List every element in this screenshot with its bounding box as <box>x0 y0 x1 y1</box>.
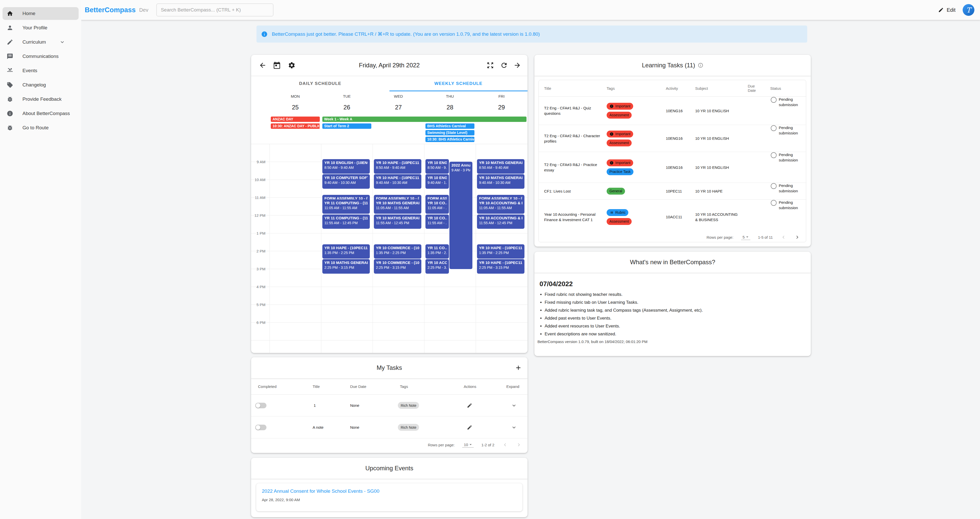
calendar-event-2022-annual[interactable]: 2022 Annu…9 AM - 3 PM <box>449 162 473 269</box>
arrow-back-icon[interactable] <box>259 62 266 69</box>
sidebar-item-home[interactable]: Home <box>3 7 79 20</box>
radio-unchecked-icon[interactable] <box>771 97 776 103</box>
calendar-event[interactable]: YR 10 HAPE - (10PEC11 …1:35 PM - 2:25 PM <box>322 244 370 259</box>
learning-tasks-title: Learning Tasks (11) <box>642 62 695 69</box>
gear-icon[interactable] <box>288 62 296 69</box>
day-name: THU <box>424 92 476 101</box>
calendar-card: Friday, April 29th 2022 DAILY SCHEDULE W… <box>251 55 528 353</box>
calendar-event[interactable]: YR 10 MATHS GENERAL …8:50 AM - 9:40 AM <box>477 159 525 174</box>
calendar-event[interactable]: YR 10 COMMERCE - (10…2:25 PM - 3:15 PM <box>374 259 422 274</box>
radio-unchecked-icon[interactable] <box>771 200 776 206</box>
sidebar-item-changelog[interactable]: Changelog <box>3 79 79 91</box>
sidebar-item-about[interactable]: About BetterCompass <box>3 107 79 120</box>
edit-task-button[interactable] <box>467 425 473 430</box>
sidebar-item-provide-feedback[interactable]: Provide Feedback <box>3 93 79 106</box>
calendar-event[interactable]: YR 10 ENGLISH - (10ENG…8:50 AM - 9:40 AM <box>322 159 370 174</box>
sidebar-item-communications[interactable]: Communications <box>3 50 79 63</box>
avatar[interactable]: T <box>963 4 974 16</box>
day-date[interactable]: 25 <box>269 101 321 113</box>
expand-chevron-icon[interactable] <box>511 402 517 409</box>
fullscreen-icon[interactable] <box>487 62 494 69</box>
hour-label: 10 AM <box>251 177 266 183</box>
rows-per-page-select[interactable]: 5 <box>741 234 750 240</box>
upcoming-event-item[interactable]: 2022 Annual Consent for Whole School Eve… <box>256 483 522 511</box>
tab-daily-schedule[interactable]: DAILY SCHEDULE <box>251 76 390 91</box>
radio-unchecked-icon[interactable] <box>771 152 776 158</box>
calendar-event[interactable]: YR 10 HAPE - (10PEC11 …9:40 AM - 10:30 A… <box>374 174 422 189</box>
calendar-event[interactable]: YR 10 ACCOUNTING & B…11:55 AM - 12:45 PM <box>477 214 525 229</box>
calendar-event[interactable]: YR 11 COMPUTING - (11…11:55 AM - 12:45 P… <box>322 214 370 229</box>
tab-weekly-schedule[interactable]: WEEKLY SCHEDULE <box>390 76 528 91</box>
allday-event-anzac-day[interactable]: ANZAC DAY <box>271 117 320 122</box>
refresh-icon[interactable] <box>500 62 508 69</box>
add-task-button[interactable] <box>515 364 522 371</box>
env-badge: Dev <box>139 7 148 13</box>
expand-chevron-icon[interactable] <box>511 424 517 430</box>
allday-event-bhs-1030[interactable]: 10:30: BHS Athletics Carniva <box>425 137 474 142</box>
day-date[interactable]: 26 <box>321 101 372 113</box>
chevron-left-icon[interactable] <box>780 234 787 240</box>
day-date[interactable]: 28 <box>424 101 476 113</box>
sidebar-item-your-profile[interactable]: Your Profile <box>3 21 79 34</box>
radio-unchecked-icon[interactable] <box>771 183 776 189</box>
event-title: YR 10 ACCOUNTING & B… <box>479 216 522 220</box>
task-subject: 10 YR 10 ENGLISH <box>695 152 745 183</box>
table-row[interactable]: T2 Eng - CFA#3 R&J - Practice essay Impo… <box>539 152 806 183</box>
upcoming-event-link[interactable]: 2022 Annual Consent for Whole School Eve… <box>262 489 517 494</box>
day-name: TUE <box>321 92 372 101</box>
calendar-event[interactable]: YR 10 MATHS GENERAL …11:05 AM - 11:55 AM <box>374 200 422 214</box>
table-row[interactable]: T2 Eng - CFA#1 R&J - Quiz questions Impo… <box>539 97 806 125</box>
edit-button[interactable]: Edit <box>938 7 956 13</box>
calendar-event[interactable]: YR 10 HAPE - (10PEC11 …2:25 PM - 3:15 PM <box>477 259 525 274</box>
allday-event-swimming-state[interactable]: Swimming (State Level) <box>425 130 474 135</box>
day-date[interactable]: 29 <box>476 101 527 113</box>
allday-event-bhs-athletics[interactable]: BHS Athletics Carnival <box>425 124 474 129</box>
calendar-event[interactable]: YR 10 ENG…8:50 AM - 9… <box>425 159 449 174</box>
sidebar-item-go-to-route[interactable]: Go to Route <box>3 121 79 134</box>
chevron-right-icon[interactable] <box>516 442 522 448</box>
calendar-event[interactable]: YR 10 ACCOUNTING & B…11:05 AM - 11:55 AM <box>477 200 525 214</box>
calendar-event[interactable]: YR 10 HAPE - (10PEC11 …1:35 PM - 2:25 PM <box>477 244 525 259</box>
calendar-event[interactable]: YR 10 ENG…9:40 AM - 1… <box>425 174 449 189</box>
calendar-event[interactable]: YR 11 COMPUTING - (11…11:05 AM - 11:55 A… <box>322 200 370 214</box>
table-row[interactable]: CF1: Lives Lost General 10PEC11 10 YR 10… <box>539 183 806 200</box>
calendar-event[interactable]: YR 10 MATHS GENERAL …9:40 AM - 10:30 AM <box>477 174 525 189</box>
event-title: YR 10 ENGLISH - (10ENG… <box>325 160 368 165</box>
allday-event-anzac-public[interactable]: 10:30: ANZAC DAY - PUBLIC <box>271 124 320 129</box>
task-status: Pending submission <box>770 97 805 125</box>
hour-label: 4 PM <box>251 284 266 289</box>
completed-toggle[interactable] <box>255 425 266 430</box>
day-date[interactable]: 27 <box>372 101 424 113</box>
column-header-actions: Actions <box>464 378 476 394</box>
event-title: YR 10 COMMERCE - (10… <box>376 246 419 250</box>
chevron-left-icon[interactable] <box>502 442 508 448</box>
status-label: Pending submission <box>779 200 804 210</box>
calendar-event[interactable]: YR 11 CO…1:35 PM - 2… <box>425 244 449 259</box>
sidebar-item-curriculum[interactable]: Curriculum <box>3 36 79 48</box>
calendar-event[interactable]: YR 10 HAPE - (10PEC11 …8:50 AM - 9:40 AM <box>374 159 422 174</box>
completed-toggle[interactable] <box>255 403 266 408</box>
allday-event-start-of-term2[interactable]: Start of Term 2 <box>322 124 371 129</box>
calendar-event[interactable]: YR 10 CO…11:05 AM - … <box>425 200 449 214</box>
sidebar-item-events[interactable]: Events <box>3 64 79 77</box>
calendar-event[interactable]: YR 10 COMPUTER SOFT…9:40 AM - 10:30 AM <box>322 174 370 189</box>
chevron-right-icon[interactable] <box>794 234 800 240</box>
arrow-forward-icon[interactable] <box>514 62 521 69</box>
rows-per-page-select[interactable]: 10 <box>462 442 474 448</box>
calendar-event[interactable]: YR 10 CO…11:55 AM - … <box>425 214 449 229</box>
radio-unchecked-icon[interactable] <box>771 125 776 131</box>
calendar-event[interactable]: YR 10 MATHS GENERAL …2:25 PM - 3:15 PM <box>322 259 370 274</box>
table-row[interactable]: T2 Eng - CFA#2 R&J - Character profiles … <box>539 125 806 152</box>
calendar-event[interactable]: YR 10 COMMERCE - (10…1:35 PM - 2:25 PM <box>374 244 422 259</box>
calendar-event[interactable]: YR 10 MATHS GENERAL …11:55 AM - 12:45 PM <box>374 214 422 229</box>
changelog-item: Event descriptions are now sanitized. <box>545 332 811 336</box>
search-input[interactable] <box>157 4 281 16</box>
info-outline-icon[interactable] <box>698 62 703 68</box>
edit-task-button[interactable] <box>467 403 473 408</box>
calendar-today-icon[interactable] <box>273 62 281 69</box>
allday-event-week1-weekA[interactable]: Week 1 - Week A <box>322 117 527 122</box>
status-label: Pending submission <box>779 183 804 194</box>
table-row[interactable]: Year 10 Accounting - Personal Finance & … <box>539 200 806 234</box>
event-title: YR 10 MATHS GENERAL … <box>376 201 419 205</box>
calendar-event[interactable]: YR 10 ACC…2:25 PM - 3… <box>425 259 449 274</box>
